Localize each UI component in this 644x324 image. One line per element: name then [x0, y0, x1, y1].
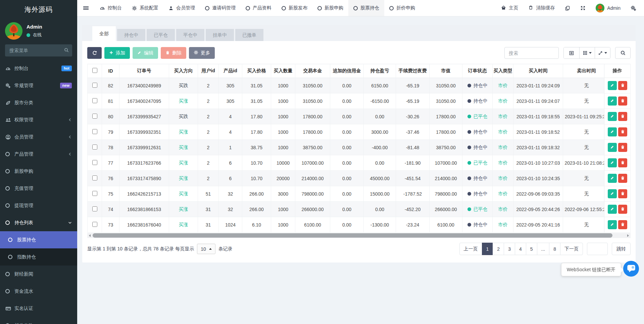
row-checkbox[interactable] — [92, 129, 97, 134]
page-button-...[interactable]: ... — [537, 243, 550, 255]
delete-button[interactable]: 删除 — [161, 47, 186, 59]
sidebar-item-提现管理[interactable]: 提现管理 — [0, 197, 77, 214]
refresh-button[interactable] — [87, 47, 102, 59]
tab-全部[interactable]: 全部 — [92, 26, 116, 41]
home-link[interactable]: 主页 — [496, 0, 523, 16]
row-delete-button[interactable] — [618, 112, 627, 121]
row-edit-button[interactable] — [608, 112, 617, 121]
row-delete-button[interactable] — [618, 143, 627, 152]
more-button[interactable]: 更多 — [189, 47, 215, 59]
row-edit-button[interactable] — [608, 127, 617, 136]
row-checkbox[interactable] — [92, 160, 97, 165]
row-checkbox[interactable] — [92, 191, 97, 196]
sidebar-subitem-指数持仓[interactable]: 指数持仓 — [0, 248, 77, 266]
export-icon[interactable] — [595, 47, 610, 58]
scroll-right-arrow[interactable] — [626, 233, 631, 238]
row-checkbox[interactable] — [92, 175, 97, 180]
sidebar-item-折价申购[interactable]: 折价申购 — [0, 317, 77, 324]
topnav-item-邀请码管理[interactable]: 邀请码管理 — [200, 0, 241, 16]
topnav-item-系统配置[interactable]: 系统配置 — [127, 0, 163, 16]
cell-market_value: 38750.00 — [430, 140, 462, 155]
scrollbar-thumb[interactable] — [93, 233, 612, 238]
page-button-3[interactable]: 3 — [504, 243, 515, 255]
row-edit-button[interactable] — [608, 174, 617, 183]
settings-cogs-icon[interactable] — [626, 0, 641, 16]
fullscreen-icon[interactable] — [575, 0, 591, 16]
chat-button[interactable] — [623, 261, 639, 277]
topnav-item-会员管理[interactable]: 会员管理 — [163, 0, 200, 16]
sidebar-item-充值管理[interactable]: 充值管理 — [0, 180, 77, 197]
sidebar-item-持仓列表[interactable]: 持仓列表 — [0, 214, 77, 231]
row-edit-button[interactable] — [608, 81, 617, 90]
table-search-input[interactable] — [504, 47, 559, 59]
page-button-2[interactable]: 2 — [493, 243, 504, 255]
page-button-上一页[interactable]: 上一页 — [459, 243, 482, 255]
row-edit-button[interactable] — [608, 189, 617, 198]
search-icon[interactable] — [615, 47, 631, 59]
sidebar-search-input[interactable] — [5, 44, 72, 56]
row-delete-button[interactable] — [618, 158, 627, 167]
row-edit-button[interactable] — [608, 96, 617, 106]
add-button[interactable]: 添加 — [104, 47, 130, 59]
scroll-left-arrow[interactable] — [87, 233, 92, 238]
tab-平仓中[interactable]: 平仓中 — [176, 29, 204, 41]
page-button-1[interactable]: 1 — [482, 243, 493, 255]
horizontal-scrollbar[interactable] — [87, 233, 631, 238]
row-checkbox[interactable] — [92, 114, 97, 119]
jump-page-input[interactable] — [587, 243, 608, 255]
sidebar-item-控制台[interactable]: 控制台hot — [0, 60, 77, 77]
sidebar-item-财经新闻[interactable]: 财经新闻 — [0, 266, 77, 283]
page-button-8[interactable]: 8 — [549, 243, 560, 255]
sidebar-item-资金流水[interactable]: 资金流水 — [0, 283, 77, 300]
row-delete-button[interactable] — [618, 189, 627, 198]
row-delete-button[interactable] — [618, 81, 627, 90]
row-checkbox[interactable] — [92, 98, 97, 103]
page-button-4[interactable]: 4 — [515, 243, 526, 255]
tab-已撤单[interactable]: 已撤单 — [235, 29, 263, 41]
hamburger-menu-icon[interactable] — [77, 0, 95, 16]
sidebar-item-权限管理[interactable]: 权限管理 — [0, 111, 77, 128]
row-checkbox[interactable] — [92, 222, 97, 227]
row-edit-button[interactable] — [608, 158, 617, 167]
tab-已平仓[interactable]: 已平仓 — [147, 29, 175, 41]
topnav-item-产品资料[interactable]: 产品资料 — [241, 0, 277, 16]
columns-icon[interactable] — [579, 47, 595, 58]
sidebar-item-产品管理[interactable]: 产品管理 — [0, 146, 77, 163]
row-delete-button[interactable] — [618, 96, 627, 106]
sidebar-item-实名认证[interactable]: 实名认证 — [0, 300, 77, 317]
topnav-item-折价申购[interactable]: 折价申购 — [384, 0, 420, 16]
topnav-item-新股申购[interactable]: 新股申购 — [312, 0, 348, 16]
copy-icon[interactable] — [560, 0, 575, 16]
row-checkbox[interactable] — [92, 145, 97, 150]
row-delete-button[interactable] — [618, 220, 627, 229]
sidebar-item-会员管理[interactable]: 会员管理 — [0, 128, 77, 146]
sidebar-item-常规管理[interactable]: 常规管理new — [0, 77, 77, 94]
row-edit-button[interactable] — [608, 220, 617, 229]
page-button-5[interactable]: 5 — [526, 243, 537, 255]
page-button-下一页[interactable]: 下一页 — [560, 243, 583, 255]
row-checkbox[interactable] — [92, 83, 97, 88]
edit-button[interactable]: 编辑 — [133, 47, 158, 59]
clear-cache-button[interactable]: 清除缓存 — [523, 0, 560, 16]
topnav-item-股票持仓[interactable]: 股票持仓 — [348, 0, 384, 16]
topnav-item-新股发布[interactable]: 新股发布 — [277, 0, 312, 16]
page-size-select[interactable]: 10 — [197, 244, 215, 254]
select-all-checkbox[interactable] — [92, 68, 97, 73]
tab-持仓中[interactable]: 持仓中 — [117, 29, 145, 41]
sidebar-item-股市分类[interactable]: 股市分类 — [0, 94, 77, 111]
row-checkbox[interactable] — [92, 206, 97, 211]
jump-button[interactable]: 跳转 — [612, 243, 631, 255]
row-edit-button[interactable] — [608, 143, 617, 152]
row-delete-button[interactable] — [618, 174, 627, 183]
detail-view-icon[interactable] — [564, 47, 579, 58]
row-delete-button[interactable] — [618, 205, 627, 214]
topnav-item-控制台[interactable]: 控制台 — [95, 0, 127, 16]
sidebar-subitem-股票持仓[interactable]: 股票持仓 — [0, 231, 77, 248]
topnav-user[interactable]: Admin — [591, 0, 626, 16]
search-icon[interactable] — [64, 47, 69, 54]
sidebar-item-新股申购[interactable]: 新股申购 — [0, 163, 77, 180]
row-edit-button[interactable] — [608, 205, 617, 214]
tab-挂单中[interactable]: 挂单中 — [206, 29, 234, 41]
cell-direction: 买涨 — [169, 124, 198, 140]
row-delete-button[interactable] — [618, 127, 627, 136]
